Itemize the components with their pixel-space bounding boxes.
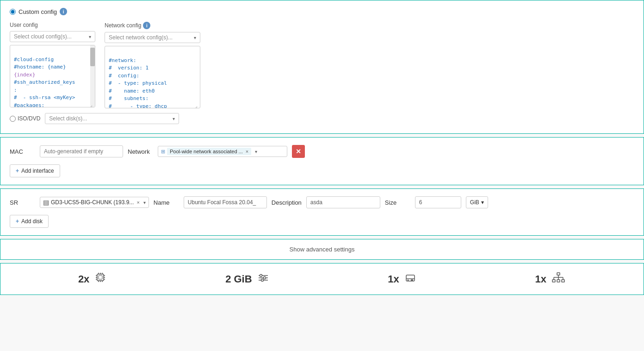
network-label: Network (128, 148, 153, 155)
svg-rect-25 (552, 280, 555, 282)
memory-summary: 2 GiB (225, 271, 269, 287)
remove-network-button[interactable]: ✕ (292, 145, 305, 158)
svg-rect-27 (562, 280, 564, 282)
user-config-placeholder: Select cloud config(s)... (14, 33, 72, 40)
summary-bar: 2x (0, 263, 644, 295)
svg-rect-0 (97, 274, 104, 281)
network-config-label: Network config (105, 22, 141, 29)
user-config-scrollbar-thumb (90, 48, 95, 66)
svg-point-19 (261, 279, 263, 281)
custom-config-radio[interactable] (10, 9, 16, 15)
network-tag: Pool-wide network associated ... × (167, 148, 251, 155)
disk-unit-caret-icon: ▾ (481, 199, 484, 206)
network-summary-icon (551, 271, 566, 287)
add-interface-label: Add interface (21, 168, 54, 174)
network-config-placeholder: Select network config(s)... (109, 34, 173, 41)
network-count: 1x (535, 273, 546, 285)
name-label: Name (154, 199, 179, 206)
memory-count: 2 GiB (225, 273, 252, 285)
network-config-code-area: #network: # version: 1 # config: # - typ… (105, 46, 200, 108)
advanced-settings-label: Show advanced settings (290, 246, 355, 253)
cpu-summary: 2x (78, 271, 107, 287)
user-config-code-area: #cloud-config #hostname: {name} {index} … (10, 45, 95, 107)
custom-config-info-icon[interactable]: i (60, 8, 67, 15)
iso-select-dropdown[interactable]: Select disk(s)... (45, 113, 179, 124)
network-tag-remove[interactable]: × (246, 149, 248, 154)
disk-unit-value: GiB (470, 199, 479, 206)
iso-placeholder: Select disk(s)... (49, 115, 87, 122)
sr-dropdown-arrow[interactable]: ▾ (143, 200, 146, 205)
network-config-resize-handle[interactable]: ⌟ (195, 103, 200, 108)
svg-point-18 (263, 276, 266, 279)
disk-summary: 1x (388, 271, 416, 287)
svg-rect-23 (411, 279, 413, 281)
custom-config-label: Custom config (19, 8, 57, 15)
disk-unit-dropdown[interactable]: GiB ▾ (466, 196, 488, 208)
remove-network-icon: ✕ (296, 148, 301, 155)
svg-point-22 (407, 279, 409, 281)
user-config-resize-handle[interactable]: ⌟ (90, 102, 95, 107)
mac-label: MAC (10, 148, 35, 155)
user-config-label: User config (10, 22, 95, 28)
iso-caret-icon (173, 115, 175, 122)
network-interface-row: MAC Network ⊞ Pool-wide network associat… (10, 145, 634, 158)
user-config-code[interactable]: #cloud-config #hostname: {name} {index} … (10, 45, 95, 107)
network-tag-container: ⊞ Pool-wide network associated ... × ▾ (158, 146, 287, 157)
network-config-dropdown[interactable]: Select network config(s)... (105, 32, 200, 43)
add-disk-plus-icon: + (16, 218, 19, 225)
disk-row: SR ▤ GD3-UCS5-BIG-CHUNK (193.9... × ▾ Na… (10, 196, 634, 208)
sr-tag-text: GD3-UCS5-BIG-CHUNK (193.9... (51, 199, 134, 206)
add-disk-label: Add disk (21, 218, 43, 225)
sr-tag: GD3-UCS5-BIG-CHUNK (193.9... × (51, 199, 140, 206)
cpu-icon (94, 271, 107, 287)
advanced-settings-toggle[interactable]: Show advanced settings (0, 239, 644, 259)
svg-point-17 (260, 274, 262, 276)
add-interface-plus-icon: + (16, 168, 19, 174)
disk-count: 1x (388, 273, 399, 285)
add-disk-button[interactable]: + Add disk (10, 215, 49, 228)
memory-icon (257, 271, 270, 287)
network-dropdown-arrow[interactable]: ▾ (255, 149, 257, 154)
iso-label: ISO/DVD (18, 115, 40, 122)
network-tag-text: Pool-wide network associated ... (170, 149, 243, 154)
network-config-caret-icon (194, 34, 196, 41)
user-config-caret-icon (89, 33, 91, 40)
disk-description-input[interactable] (306, 196, 380, 208)
svg-rect-1 (99, 276, 102, 279)
description-label: Description (272, 199, 302, 206)
disk-name-input[interactable] (184, 196, 267, 208)
user-config-scrollbar[interactable] (90, 45, 95, 107)
network-summary: 1x (535, 271, 566, 287)
network-config-info-icon[interactable]: i (143, 22, 150, 29)
iso-label-container: ISO/DVD (10, 115, 40, 122)
svg-rect-26 (557, 280, 560, 282)
iso-radio[interactable] (10, 116, 16, 122)
sr-label: SR (10, 199, 35, 206)
add-interface-button[interactable]: + Add interface (10, 164, 60, 177)
sr-tag-icon: ▤ (43, 199, 49, 206)
network-config-code[interactable]: #network: # version: 1 # config: # - typ… (105, 46, 200, 108)
disk-size-input[interactable] (415, 196, 461, 208)
size-label: Size (385, 199, 410, 206)
user-config-dropdown[interactable]: Select cloud config(s)... (10, 31, 95, 42)
cpu-count: 2x (78, 273, 89, 285)
network-tag-icon: ⊞ (161, 149, 165, 155)
svg-rect-24 (557, 273, 560, 275)
disk-summary-icon (404, 271, 417, 287)
sr-tag-container: ▤ GD3-UCS5-BIG-CHUNK (193.9... × ▾ (40, 197, 149, 208)
mac-input[interactable] (40, 145, 123, 157)
sr-tag-remove[interactable]: × (136, 200, 139, 205)
